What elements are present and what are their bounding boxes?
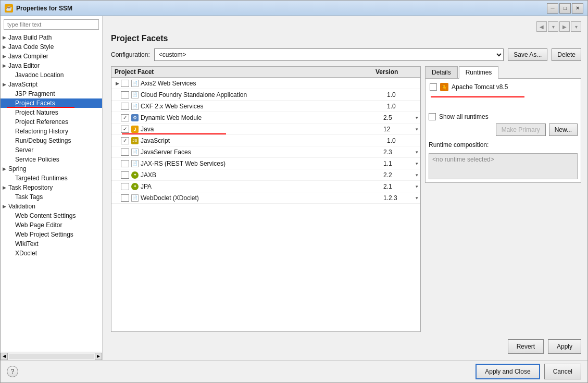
sidebar-item-javascript[interactable]: ▶ JavaScript — [1, 80, 102, 89]
back-button[interactable]: ◀ — [536, 21, 547, 32]
facet-checkbox[interactable]: ✓ — [121, 114, 129, 121]
sidebar-item-run-debug[interactable]: Run/Debug Settings — [1, 136, 102, 145]
facet-name: Cloud Foundry Standalone Application — [141, 91, 387, 98]
facet-checkbox[interactable] — [121, 80, 129, 87]
facet-version-dropdown[interactable]: 2.3 ▾ — [383, 149, 418, 156]
facet-version-dropdown[interactable]: 1.1 ▾ — [383, 160, 418, 167]
dropdown-arrow[interactable]: ▾ — [416, 184, 418, 189]
facet-version-dropdown[interactable]: 1.2.3 ▾ — [383, 194, 418, 202]
titlebar: ☕ Properties for SSM ─ □ ✕ — [1, 1, 587, 16]
tab-runtimes[interactable]: Runtimes — [459, 66, 499, 79]
facet-table-header: Project Facet Version — [111, 67, 420, 78]
apply-close-button[interactable]: Apply and Close — [476, 364, 540, 379]
help-button[interactable]: ? — [7, 366, 18, 377]
facet-version-dropdown[interactable]: 12 ▾ — [383, 126, 418, 133]
facet-checkbox[interactable] — [121, 91, 129, 98]
back-dropdown[interactable]: ▾ — [548, 21, 558, 32]
sidebar-item-java-code-style[interactable]: ▶ Java Code Style — [1, 42, 102, 52]
facet-checkbox[interactable] — [121, 171, 129, 179]
sidebar-item-xdoclet[interactable]: XDoclet — [1, 249, 102, 258]
sidebar-item-web-project[interactable]: Web Project Settings — [1, 230, 102, 239]
show-all-label: Show all runtimes — [439, 113, 489, 120]
facet-checkbox[interactable] — [121, 160, 129, 167]
table-row[interactable]: ✓ ⚙ Dynamic Web Module 2.5 ▾ — [111, 112, 420, 123]
facet-version: 2.5 — [383, 114, 415, 121]
scroll-right-btn[interactable]: ▶ — [95, 353, 102, 360]
facet-version-dropdown[interactable]: 2.2 ▾ — [383, 171, 418, 179]
runtime-composition-value: <no runtime selected> — [432, 156, 494, 163]
table-row[interactable]: 📄 Cloud Foundry Standalone Application 1… — [111, 89, 420, 101]
titlebar-controls: ─ □ ✕ — [547, 3, 583, 14]
facet-checkbox[interactable]: ✓ — [121, 126, 129, 133]
sidebar-item-wikitext[interactable]: WikiText — [1, 239, 102, 249]
facet-checkbox[interactable] — [121, 149, 129, 156]
sidebar-item-server[interactable]: Server — [1, 145, 102, 155]
dropdown-arrow[interactable]: ▾ — [416, 115, 418, 120]
facet-checkbox[interactable] — [121, 103, 129, 110]
facet-checkbox[interactable]: ✓ — [121, 137, 129, 144]
sidebar: ▶ Java Build Path ▶ Java Code Style ▶ Ja… — [1, 16, 103, 360]
sidebar-item-validation[interactable]: ▶ Validation — [1, 202, 102, 211]
expand-icon[interactable]: ▶ — [114, 81, 121, 86]
maximize-button[interactable]: □ — [559, 3, 571, 14]
table-row[interactable]: ✦ JAXB 2.2 ▾ — [111, 169, 420, 181]
sidebar-item-targeted-runtimes[interactable]: Targeted Runtimes — [1, 174, 102, 183]
revert-button[interactable]: Revert — [508, 339, 544, 354]
facet-version-dropdown[interactable]: 2.5 ▾ — [383, 114, 418, 121]
sidebar-item-javadoc[interactable]: Javadoc Location — [1, 70, 102, 80]
table-row[interactable]: ✓ JS JavaScript 1.0 — [111, 135, 420, 146]
sidebar-item-refactoring-history[interactable]: Refactoring History — [1, 127, 102, 136]
table-row[interactable]: 📄 WebDoclet (XDoclet) 1.2.3 ▾ — [111, 192, 420, 204]
make-primary-button[interactable]: Make Primary — [496, 123, 546, 136]
sidebar-item-web-content[interactable]: Web Content Settings — [1, 211, 102, 220]
facet-name: Axis2 Web Services — [141, 80, 387, 87]
facet-version-dropdown[interactable]: 2.1 ▾ — [383, 183, 418, 190]
sidebar-item-task-repository[interactable]: ▶ Task Repository — [1, 183, 102, 192]
facet-name: JAX-RS (REST Web Services) — [141, 160, 383, 167]
runtimes-panel: 🐈 Apache Tomcat v8.5 Show all runtimes — [425, 79, 581, 183]
cancel-button[interactable]: Cancel — [544, 364, 581, 379]
sidebar-item-spring[interactable]: ▶ Spring — [1, 164, 102, 174]
dropdown-arrow[interactable]: ▾ — [416, 161, 418, 166]
table-row[interactable]: 📄 JAX-RS (REST Web Services) 1.1 ▾ — [111, 158, 420, 169]
close-button[interactable]: ✕ — [572, 3, 583, 14]
facet-checkbox[interactable] — [121, 194, 129, 202]
runtime-checkbox[interactable] — [430, 83, 437, 91]
apply-button[interactable]: Apply — [548, 339, 581, 354]
sidebar-item-project-natures[interactable]: Project Natures — [1, 108, 102, 117]
table-row[interactable]: ✦ JPA 2.1 ▾ — [111, 181, 420, 192]
sidebar-scrollbar-horizontal[interactable]: ◀ ▶ — [1, 352, 102, 360]
sidebar-item-project-facets[interactable]: Project Facets — [1, 98, 102, 108]
forward-dropdown[interactable]: ▾ — [571, 21, 581, 32]
tab-details[interactable]: Details — [425, 66, 458, 78]
table-row[interactable]: ✓ J Java 12 ▾ — [111, 123, 420, 135]
show-all-checkbox[interactable] — [429, 113, 436, 120]
expand-arrow: ▶ — [3, 63, 6, 68]
table-row[interactable]: 📄 JavaServer Faces 2.3 ▾ — [111, 146, 420, 158]
sidebar-item-java-editor[interactable]: ▶ Java Editor — [1, 61, 102, 70]
table-row[interactable]: ▶ 📄 Axis2 Web Services — [111, 78, 420, 89]
sidebar-item-web-page-editor[interactable]: Web Page Editor — [1, 220, 102, 230]
sidebar-item-jsp-fragment[interactable]: JSP Fragment — [1, 89, 102, 98]
sidebar-item-service-policies[interactable]: Service Policies — [1, 155, 102, 164]
table-row[interactable]: 📄 CXF 2.x Web Services 1.0 — [111, 101, 420, 112]
sidebar-item-project-references[interactable]: Project References — [1, 117, 102, 127]
dropdown-arrow[interactable]: ▾ — [416, 150, 418, 155]
dropdown-arrow[interactable]: ▾ — [416, 127, 418, 132]
sidebar-item-java-compiler[interactable]: ▶ Java Compiler — [1, 52, 102, 61]
new-button[interactable]: New... — [549, 123, 578, 136]
forward-button[interactable]: ▶ — [559, 21, 570, 32]
scroll-left-btn[interactable]: ◀ — [1, 353, 8, 360]
filter-input[interactable] — [4, 19, 99, 30]
sidebar-item-task-tags[interactable]: Task Tags — [1, 192, 102, 202]
minimize-button[interactable]: ─ — [547, 3, 558, 14]
dropdown-arrow[interactable]: ▾ — [416, 172, 418, 178]
expand-arrow: ▶ — [3, 54, 6, 59]
config-select[interactable]: <custom> — [154, 48, 504, 61]
expand-arrow: ▶ — [3, 166, 6, 171]
save-as-button[interactable]: Save As... — [508, 48, 547, 61]
sidebar-item-java-build-path[interactable]: ▶ Java Build Path — [1, 33, 102, 42]
dropdown-arrow[interactable]: ▾ — [416, 195, 418, 201]
delete-button[interactable]: Delete — [552, 48, 581, 61]
facet-checkbox[interactable] — [121, 183, 129, 190]
